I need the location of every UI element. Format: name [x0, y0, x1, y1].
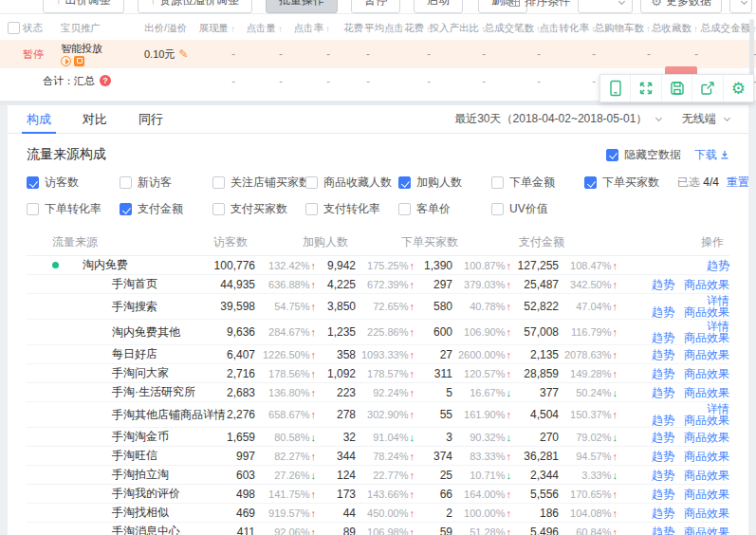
download-link[interactable]: 下载	[694, 147, 729, 163]
bulk-action-3[interactable]: 暂停	[351, 0, 400, 13]
product-effect-link[interactable]: 商品效果	[684, 348, 729, 361]
filter-checkbox[interactable]	[27, 176, 39, 189]
filter-checkbox[interactable]	[305, 176, 318, 189]
mobile-preview-icon[interactable]	[600, 75, 630, 101]
campaign-col-6[interactable]: 点击率↑	[294, 22, 341, 35]
filter-2-1[interactable]: 支付金额	[120, 201, 212, 217]
trend-link[interactable]: 趋势	[652, 450, 674, 463]
product-effect-link[interactable]: 商品效果	[684, 431, 729, 444]
product-effect-link[interactable]: 商品效果	[684, 367, 729, 380]
filter-1-2[interactable]: 关注店铺买家数	[212, 175, 305, 191]
tab-compare[interactable]: 对比	[83, 105, 107, 134]
filter-1-6[interactable]: 下单买家数	[584, 175, 677, 191]
save-icon[interactable]	[661, 75, 691, 101]
sort-icon[interactable]: ↑	[693, 24, 698, 34]
filter-2-5[interactable]: UV价值	[491, 201, 584, 217]
filter-2-2[interactable]: 支付买家数	[212, 201, 305, 217]
ops-line: 趋势商品效果	[618, 526, 729, 535]
filter-checkbox[interactable]	[120, 176, 132, 189]
filter-1-4[interactable]: 加购人数	[398, 175, 491, 191]
product-effect-link[interactable]: 商品效果	[684, 331, 729, 344]
product-effect-link[interactable]: 商品效果	[684, 305, 729, 319]
more-data-button[interactable]: ⚙ 更多数据	[640, 0, 722, 13]
bulk-action-4[interactable]: 启动	[414, 0, 463, 13]
filter-1-1[interactable]: 新访客	[120, 175, 212, 191]
filter-checkbox[interactable]	[120, 203, 132, 215]
filter-1-5[interactable]: 下单金额	[491, 175, 584, 191]
campaign-name-cell[interactable]: 智能投放	[61, 43, 144, 66]
date-range-selector[interactable]: 最近30天（2018-04-02~2018-05-01）	[454, 111, 660, 127]
product-effect-link[interactable]: 商品效果	[684, 526, 729, 535]
product-effect-link[interactable]: 商品效果	[684, 278, 729, 291]
select-all-checkbox[interactable]	[8, 22, 20, 34]
settings-gear-icon[interactable]: ⚙	[723, 75, 753, 101]
bulk-action-2[interactable]: 批量操作	[266, 0, 338, 13]
filter-checkbox[interactable]	[212, 176, 225, 189]
metric-change: 50.24%↓	[559, 387, 618, 398]
trend-link[interactable]: 趋势	[652, 331, 674, 344]
export-icon[interactable]	[691, 75, 722, 101]
filter-2-4[interactable]: 客单价	[398, 201, 491, 217]
filter-select[interactable]	[578, 0, 633, 13]
campaign-col-5[interactable]: 点击量↑	[247, 22, 294, 35]
bulk-action-1[interactable]: ↑资源位溢价调整	[138, 0, 253, 13]
filter-checkbox[interactable]	[398, 203, 411, 215]
hide-empty-checkbox[interactable]	[606, 149, 618, 161]
trend-link[interactable]: 趋势	[707, 259, 729, 272]
fullscreen-icon[interactable]	[630, 75, 660, 101]
channel-selector[interactable]: 无线端	[682, 111, 729, 127]
edit-pencil-icon[interactable]: ✎	[178, 47, 188, 61]
filter-1-0[interactable]: 访客数	[27, 175, 120, 191]
product-effect-link[interactable]: 商品效果	[684, 488, 729, 501]
trend-link[interactable]: 趋势	[652, 386, 674, 399]
metric-change: 100.87%↑	[452, 260, 511, 271]
hide-empty-toggle[interactable]: 隐藏空数据	[606, 147, 681, 163]
help-icon[interactable]: ?	[100, 75, 111, 86]
filter-checkbox[interactable]	[584, 176, 597, 189]
metric-change-pct: 72.65%	[373, 301, 408, 312]
product-effect-link[interactable]: 商品效果	[684, 450, 729, 463]
payment-cell: 2,3443.33%↓	[511, 469, 618, 482]
trend-link[interactable]: 趋势	[652, 469, 674, 482]
sort-icon[interactable]: ↑	[325, 24, 330, 34]
tab-peers[interactable]: 同行	[138, 105, 163, 134]
filter-1-3[interactable]: 商品收藏人数	[305, 175, 398, 191]
sort-icon[interactable]: ↑	[230, 24, 235, 34]
product-effect-link[interactable]: 商品效果	[684, 386, 729, 399]
campaign-row[interactable]: 暂停智能投放0.10元✎-----------	[0, 40, 756, 68]
filter-checkbox[interactable]	[491, 203, 504, 215]
metric-change-pct: 178.56%	[268, 368, 309, 379]
trend-link[interactable]: 趋势	[652, 414, 674, 427]
filter-2-0[interactable]: 下单转化率	[27, 201, 120, 217]
collapse-button[interactable]	[729, 0, 752, 13]
filter-checkbox[interactable]	[491, 176, 504, 189]
trend-link[interactable]: 趋势	[652, 431, 674, 444]
sort-icon[interactable]: ↑	[278, 24, 283, 34]
ops-cell: 详情趋势商品效果	[618, 295, 729, 318]
product-effect-link[interactable]: 商品效果	[684, 507, 729, 520]
tab-composition[interactable]: 构成	[27, 105, 51, 134]
filter-checkbox[interactable]	[27, 203, 39, 215]
trend-link[interactable]: 趋势	[652, 507, 674, 520]
column-label: 点击量	[247, 22, 277, 35]
campaign-col-4[interactable]: 展现量↑	[201, 22, 247, 35]
product-effect-link[interactable]: 商品效果	[684, 469, 729, 482]
source-label-wrap: 手淘搜索	[52, 299, 198, 315]
filter-2-3[interactable]: 支付转化率	[305, 201, 398, 217]
reset-link[interactable]: 重置	[727, 175, 748, 189]
source-label-wrap: 手淘淘金币	[52, 429, 198, 445]
trend-link[interactable]: 趋势	[652, 278, 674, 291]
metric-change-pct: 54.75%	[274, 301, 309, 312]
trend-link[interactable]: 趋势	[652, 488, 674, 501]
trend-link[interactable]: 趋势	[652, 348, 674, 361]
trend-link[interactable]: 趋势	[652, 367, 674, 380]
sort-icon[interactable]: ↑	[646, 24, 651, 34]
trend-link[interactable]: 趋势	[652, 305, 674, 319]
trend-link[interactable]: 趋势	[652, 526, 674, 535]
cart-adds-cell: 3581093.33%↑	[316, 348, 415, 361]
filter-checkbox[interactable]	[212, 203, 225, 215]
bulk-action-0[interactable]: ↑出价调整	[43, 0, 124, 13]
product-effect-link[interactable]: 商品效果	[684, 414, 729, 427]
filter-checkbox[interactable]	[398, 176, 411, 189]
filter-checkbox[interactable]	[305, 203, 318, 215]
